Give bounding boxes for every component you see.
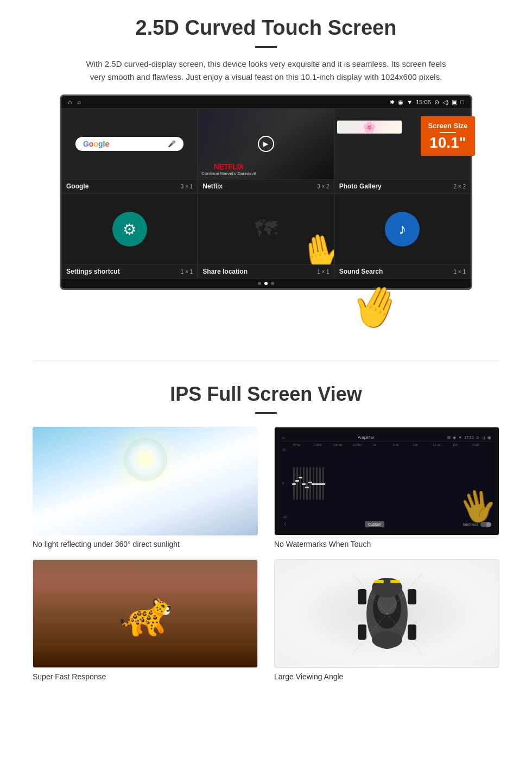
amplifier-caption: No Watermarks When Touch xyxy=(274,540,499,548)
gallery-app-name: Photo Gallery xyxy=(339,182,382,190)
svg-rect-6 xyxy=(408,589,416,604)
netflix-label-row: Netflix 3 × 2 xyxy=(198,179,333,193)
usb-icon: ⌕ xyxy=(77,98,81,106)
netflix-app-name: Netflix xyxy=(202,182,223,190)
amp-slider-10 xyxy=(322,467,324,500)
sunlight-caption: No light reflecting under 360° direct su… xyxy=(33,540,258,548)
amp-freq-labels: 60hz100hz200hz 500hz1k2.5k 10k12.5k15k S… xyxy=(282,443,491,446)
settings-app-name: Settings shortcut xyxy=(66,268,120,275)
app-cell-maps[interactable]: 🗺 🤚 Share location 1 × 1 xyxy=(198,193,334,279)
feature-grid: No light reflecting under 360° direct su… xyxy=(33,427,499,681)
maps-thumb: 🗺 🤚 xyxy=(198,194,333,264)
app-cell-netflix[interactable]: ▶ NETFLIX Continue Marvel's Daredevil Ne… xyxy=(198,108,334,193)
feature-carview: Large Viewing Angle xyxy=(274,559,499,681)
app-cell-sound[interactable]: ♪ Sound Search 1 × 1 xyxy=(334,193,471,279)
badge-size: 10.1" xyxy=(427,135,468,150)
status-bar: ⌂ ⌕ ✱ ◉ ▼ 15:06 ⊙ ◁) ▣ □ xyxy=(61,96,471,108)
gallery-label-row: Photo Gallery 2 × 2 xyxy=(335,179,470,193)
app-grid-top: Google 🎤 Google 3 × 1 xyxy=(61,108,471,193)
settings-icon: ⚙ xyxy=(112,212,147,247)
amp-top-bar: ⌂ Amplifier ⊞◉▼17:33⊙◁)▣ xyxy=(282,435,491,441)
netflix-figure: ▶ NETFLIX Continue Marvel's Daredevil xyxy=(198,109,333,179)
volume-icon: ◁) xyxy=(442,99,449,106)
wifi-icon: ▼ xyxy=(407,99,413,105)
google-search-bar: Google 🎤 xyxy=(75,137,183,151)
feature-sunlight: No light reflecting under 360° direct su… xyxy=(33,427,258,548)
android-display: ⌂ ⌕ ✱ ◉ ▼ 15:06 ⊙ ◁) ▣ □ xyxy=(60,94,472,290)
svg-rect-10 xyxy=(390,580,400,583)
sound-app-size: 1 × 1 xyxy=(453,269,466,275)
section2-title: IPS Full Screen View xyxy=(33,383,499,406)
app-cell-google[interactable]: Google 🎤 Google 3 × 1 xyxy=(61,108,198,193)
amp-slider-7 xyxy=(313,467,314,500)
google-label-row: Google 3 × 1 xyxy=(62,179,197,193)
netflix-continue: Continue Marvel's Daredevil xyxy=(201,171,256,176)
amp-slider-1 xyxy=(293,467,295,500)
nav-dots xyxy=(61,279,471,288)
carview-image xyxy=(274,559,499,668)
status-right: ✱ ◉ ▼ 15:06 ⊙ ◁) ▣ □ xyxy=(390,99,464,106)
bluetooth-icon: ✱ xyxy=(390,99,395,106)
settings-label-row: Settings shortcut 1 × 1 xyxy=(62,264,197,278)
section1-description: With 2.5D curved-display screen, this de… xyxy=(81,58,451,84)
amp-screen: ⌂ Amplifier ⊞◉▼17:33⊙◁)▣ 60hz100hz200hz … xyxy=(279,432,495,531)
sunlight-image xyxy=(33,427,258,535)
sound-thumb: ♪ xyxy=(335,194,470,264)
netflix-app-size: 3 × 2 xyxy=(317,184,330,190)
cheetah-emoji: 🐆 xyxy=(118,588,173,639)
nav-dot-3 xyxy=(271,282,274,285)
amp-sliders-area: 100-10 xyxy=(282,448,491,519)
window-icon: □ xyxy=(460,99,464,105)
svg-point-4 xyxy=(372,631,402,648)
google-app-name: Google xyxy=(66,182,88,190)
svg-rect-5 xyxy=(358,589,366,604)
badge-divider xyxy=(440,132,456,133)
camera-icon: ⊙ xyxy=(434,99,439,106)
app-cell-settings[interactable]: ⚙ Settings shortcut 1 × 1 xyxy=(61,193,198,279)
section1-title: 2.5D Curved Touch Screen xyxy=(33,16,499,40)
amp-home-icon: ⌂ xyxy=(282,436,284,439)
cheetah-image: 🐆 xyxy=(33,559,258,668)
amp-slider-6 xyxy=(309,467,311,500)
nav-dot-2 xyxy=(264,282,268,285)
netflix-logo: NETFLIX xyxy=(201,162,256,171)
nav-dot-1 xyxy=(258,282,261,285)
google-thumb: Google 🎤 xyxy=(62,109,197,179)
google-logo: Google xyxy=(83,140,109,148)
amp-y-labels: 100-10 xyxy=(282,448,287,519)
gallery-app-size: 2 × 2 xyxy=(453,184,466,190)
amp-slider-3 xyxy=(300,467,301,500)
status-time: 15:06 xyxy=(416,99,431,105)
amp-icons: ⊞◉▼17:33⊙◁)▣ xyxy=(447,436,491,440)
amp-slider-8 xyxy=(316,467,318,500)
maps-icon: 🗺 xyxy=(255,216,277,242)
title-divider xyxy=(255,46,277,48)
svg-rect-8 xyxy=(408,624,416,640)
amp-title: Amplifier xyxy=(358,435,375,440)
svg-rect-7 xyxy=(358,624,366,640)
amp-back-btn: 《 xyxy=(282,522,286,527)
sound-label-row: Sound Search 1 × 1 xyxy=(335,264,470,278)
cheetah-caption: Super Fast Response xyxy=(33,672,258,681)
section-divider xyxy=(33,361,499,361)
amp-custom-btn: Custom xyxy=(365,521,384,527)
netflix-thumb: ▶ NETFLIX Continue Marvel's Daredevil xyxy=(198,109,333,179)
amp-slider-5 xyxy=(306,467,308,500)
gallery-item-flower: 🌸 xyxy=(337,121,402,134)
svg-rect-9 xyxy=(374,580,384,583)
amp-slider-4 xyxy=(303,467,305,500)
status-left: ⌂ ⌕ xyxy=(68,98,81,106)
music-icon: ♪ xyxy=(385,212,420,247)
mic-icon: 🎤 xyxy=(168,140,176,148)
settings-app-size: 1 × 1 xyxy=(181,269,193,275)
amp-slider-2 xyxy=(296,467,298,500)
amp-bottom-bar: 《 Custom loudness xyxy=(282,521,491,527)
settings-thumb: ⚙ xyxy=(62,194,197,264)
feature-cheetah: 🐆 Super Fast Response xyxy=(33,559,258,681)
play-button[interactable]: ▶ xyxy=(258,136,274,152)
netflix-label-overlay: NETFLIX Continue Marvel's Daredevil xyxy=(201,162,256,176)
google-app-size: 3 × 1 xyxy=(181,184,193,190)
screen-mockup: Screen Size 10.1" ⌂ ⌕ ✱ ◉ ▼ 15:06 xyxy=(60,94,472,290)
section-ips: IPS Full Screen View No light reflecting… xyxy=(0,377,532,692)
feature-amplifier: ⌂ Amplifier ⊞◉▼17:33⊙◁)▣ 60hz100hz200hz … xyxy=(274,427,499,548)
